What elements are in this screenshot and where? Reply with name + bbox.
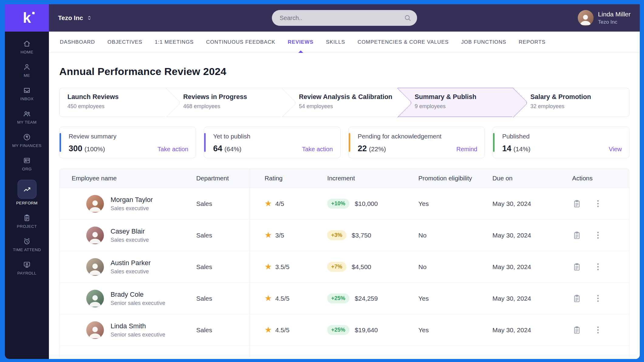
increment-amount: $3,750 [352, 232, 371, 239]
header-rating: Rating [265, 175, 327, 182]
header-promotion-eligibility: Promotion eligibility [418, 175, 492, 182]
sidebar-item-payroll[interactable]: PAYROLL [5, 261, 49, 275]
review-stepper: Launch Reviews 450 employees Reviews in … [59, 88, 629, 117]
increment-cell: +10%$10,000 [327, 199, 418, 209]
kebab-menu-icon[interactable] [595, 261, 601, 272]
sidebar-item-inbox[interactable]: INBOX [5, 86, 49, 101]
sidebar-item-me[interactable]: ME [5, 63, 49, 78]
search-container [272, 10, 417, 26]
sidebar-item-label: ME [24, 73, 30, 78]
increment-badge: +7% [327, 262, 346, 272]
main-column: Tezo Inc Linda Miller Tezo Inc DASHBOARD… [49, 4, 640, 359]
search-input[interactable] [272, 10, 417, 26]
kebab-menu-icon[interactable] [595, 325, 601, 335]
accent-bar [204, 133, 206, 152]
rating-value: 3.5/5 [275, 263, 289, 271]
accent-bar [60, 133, 61, 152]
due-cell: May 30, 2024 [492, 326, 572, 334]
employee-role: Sales executive [111, 268, 151, 275]
step-summary-publish[interactable]: Summary & Publish 9 employees [398, 88, 513, 117]
sidebar-item-org[interactable]: ORG [5, 156, 49, 171]
kebab-menu-icon[interactable] [595, 293, 601, 304]
accent-bar [493, 133, 495, 152]
nav-item-reports[interactable]: REPORTS [519, 32, 546, 53]
nav-item-objectives[interactable]: OBJECTIVES [108, 32, 142, 53]
star-icon: ★ [265, 263, 272, 271]
card-value: 64 [213, 144, 222, 153]
sidebar-item-perform[interactable]: PERFORM [5, 180, 49, 205]
nav-item-dashboard[interactable]: DASHBOARD [60, 32, 95, 53]
employee-name: Linda Smith [111, 322, 165, 330]
clipboard-icon[interactable] [572, 294, 581, 303]
promotion-cell: No [418, 232, 492, 239]
user-name: Linda Miller [598, 11, 631, 18]
user-avatar [578, 10, 594, 26]
employee-cell: Casey BlairSales executive [60, 227, 196, 244]
nav-item-job-functions[interactable]: JOB FUNCTIONS [461, 32, 506, 53]
search-icon [404, 14, 412, 22]
user-profile[interactable]: Linda Miller Tezo Inc [578, 10, 631, 26]
step-reviews-in-progress[interactable]: Reviews in Progress 468 employees [166, 88, 282, 117]
sidebar-item-project[interactable]: PROJECT [5, 214, 49, 229]
clipboard-icon[interactable] [572, 231, 581, 240]
nav-item-continuous-feedback[interactable]: CONTINUOUS FEEDBACK [206, 32, 276, 53]
card-percent: (64%) [224, 145, 242, 153]
increment-amount: $24,259 [355, 295, 378, 302]
kebab-menu-icon[interactable] [595, 230, 601, 241]
user-icon [23, 63, 31, 71]
step-launch-reviews[interactable]: Launch Reviews 450 employees [59, 88, 166, 117]
sidebar-item-label: MY TEAM [17, 120, 37, 125]
nav-item-competencies[interactable]: COMPETENCIES & CORE VALUES [358, 32, 449, 53]
keka-logo[interactable]: k [5, 4, 49, 32]
step-salary-promotion[interactable]: Salary & Promotion 32 employees [513, 88, 629, 117]
inbox-icon [23, 86, 31, 94]
actions-cell [572, 230, 629, 241]
increment-amount: $19,640 [355, 326, 378, 334]
view-link[interactable]: View [609, 146, 622, 153]
employee-cell: Morgan TaylorSales executive [60, 195, 196, 213]
nav-item-1-1-meetings[interactable]: 1:1 MEETINGS [155, 32, 194, 53]
sidebar-item-label: PROJECT [17, 224, 37, 229]
table-row[interactable]: Linda SmithSenior sales executive Sales … [60, 314, 629, 346]
table-row[interactable]: Austin ParkerSales executive Sales ★3.5/… [60, 251, 629, 282]
step-review-analysis-calibration[interactable]: Review Analysis & Calibration 54 employe… [282, 88, 398, 117]
table-row[interactable]: Casey BlairSales executive Sales ★3/5 +3… [60, 219, 629, 251]
clipboard-icon[interactable] [572, 262, 581, 272]
increment-cell: +3%$3,750 [327, 230, 418, 240]
sidebar-item-my-finances[interactable]: MY FINANCES [5, 133, 49, 148]
department-cell: Sales [196, 263, 265, 271]
star-icon: ★ [265, 294, 272, 302]
take-action-link[interactable]: Take action [158, 146, 188, 153]
kebab-menu-icon[interactable] [595, 198, 601, 209]
step-subtitle: 54 employees [299, 103, 395, 110]
card-value: 22 [358, 144, 367, 153]
clipboard-icon[interactable] [572, 199, 581, 208]
step-title: Summary & Publish [415, 93, 511, 101]
sidebar-item-time-attend[interactable]: TIME ATTEND [5, 237, 49, 252]
table-row[interactable]: Morgan TaylorSales executive Sales ★4/5 … [60, 188, 629, 219]
sidebar-item-home[interactable]: HOME [5, 39, 49, 54]
summary-cards: Review summary 300 (100%) Take action Ye… [59, 127, 629, 158]
sidebar-nav: HOME ME INBOX MY TEAM MY FINANCES ORG [5, 32, 49, 275]
promotion-cell: Yes [418, 295, 492, 302]
step-title: Review Analysis & Calibration [299, 93, 395, 101]
sidebar-item-label: TIME ATTEND [13, 248, 41, 252]
nav-item-reviews[interactable]: REVIEWS [288, 32, 313, 53]
user-org: Tezo Inc [598, 19, 631, 25]
avatar [86, 258, 104, 276]
step-title: Reviews in Progress [183, 93, 279, 101]
clipboard-icon[interactable] [572, 326, 581, 335]
nav-item-skills[interactable]: SKILLS [326, 32, 345, 53]
table-row[interactable]: Brady ColeSenior sales executive Sales ★… [60, 282, 629, 314]
employee-cell: Austin ParkerSales executive [60, 258, 196, 276]
step-title: Launch Reviews [67, 93, 164, 101]
promotion-cell: Yes [418, 200, 492, 207]
company-selector[interactable]: Tezo Inc [58, 14, 93, 22]
remind-link[interactable]: Remind [456, 146, 477, 153]
department-cell: Sales [196, 200, 265, 207]
rating-cell: ★4.5/5 [265, 326, 327, 334]
take-action-link[interactable]: Take action [302, 146, 333, 153]
employee-cell: Linda SmithSenior sales executive [60, 321, 196, 339]
avatar [86, 321, 104, 339]
sidebar-item-my-team[interactable]: MY TEAM [5, 110, 49, 125]
